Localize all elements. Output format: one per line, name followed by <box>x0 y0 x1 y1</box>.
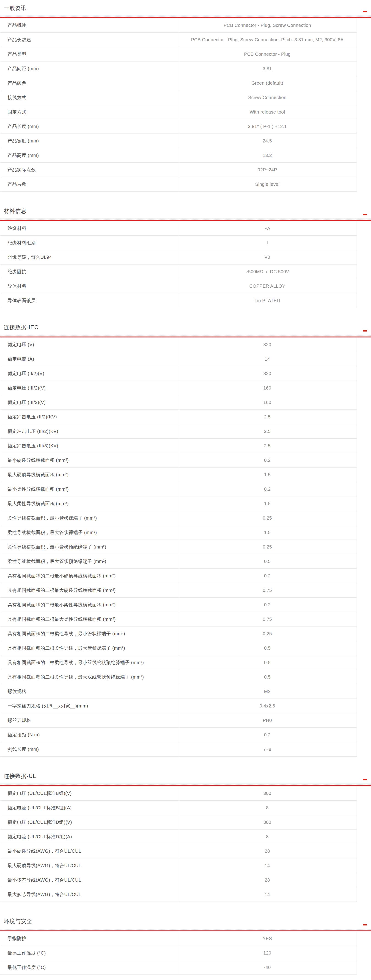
table-row: 具有相同截面积的二根柔性导线，最小管状裸端子 (mm²) 0.25 <box>0 627 357 641</box>
table-row: 产品实际点数 02P~24P <box>0 163 357 177</box>
row-label: 产品长叙述 <box>0 33 178 47</box>
spec-section: 连接数据-IEC 额定电压 (V) 320 额定电流 (A) 14 额定电压 (… <box>0 324 371 757</box>
row-value: COPPER ALLOY <box>178 279 357 293</box>
spec-section: 材料信息 绝缘材料 PA 绝缘材料组别 I 阻燃等级，符合UL94 V0 绝缘阻… <box>0 208 371 308</box>
minus-icon[interactable] <box>363 924 367 925</box>
row-label: 最高工作温度 (°C) <box>0 946 178 960</box>
minus-icon[interactable] <box>363 779 367 780</box>
section-divider-strip <box>0 335 371 337</box>
table-row: 产品高度 (mm) 13.2 <box>0 148 357 163</box>
section-divider-strip <box>0 929 371 931</box>
table-row: 产品宽度 (mm) 24.5 <box>0 134 357 148</box>
table-row: 柔性导线横截面积，最小管状预绝缘端子 (mm²) 0.25 <box>0 540 357 554</box>
table-row: 产品类型 PCB Connector - Plug <box>0 47 357 62</box>
table-row: 额定电压 (UL/CUL标准B组)(V) 300 <box>0 786 357 800</box>
row-label: 产品颜色 <box>0 76 178 90</box>
row-label: 具有相同截面积的二根柔性导线，最小管状裸端子 (mm²) <box>0 627 178 641</box>
row-value: 7~8 <box>178 742 357 756</box>
table-row: 最小硬质导线(AWG)，符合UL/CUL 28 <box>0 844 357 858</box>
row-value: 300 <box>178 786 357 800</box>
table-row: 绝缘材料组别 I <box>0 235 357 250</box>
section-divider-strip <box>0 218 371 220</box>
table-row: 产品间距 (mm) 3.81 <box>0 62 357 76</box>
table-row: 最大硬质导线(AWG)，符合UL/CUL 14 <box>0 858 357 873</box>
row-label: 额定电压 (UL/CUL标准D组)(V) <box>0 815 178 829</box>
row-value: 28 <box>178 844 357 858</box>
table-row: 额定电压 (III/3)(V) 160 <box>0 395 357 410</box>
row-value: 0.2 <box>178 453 357 467</box>
row-value: PCB Connector - Plug, Screw Connection <box>178 18 357 32</box>
spec-table: 产品概述 PCB Connector - Plug, Screw Connect… <box>0 18 357 192</box>
minus-icon[interactable] <box>363 214 367 215</box>
row-value: 0.25 <box>178 511 357 525</box>
table-row: 额定冲击电压 (III/3)(KV) 2.5 <box>0 439 357 453</box>
section-divider-strip <box>0 783 371 785</box>
row-value: 28 <box>178 873 357 887</box>
row-value: M2 <box>178 684 357 698</box>
row-label: 额定电流 (UL/CUL标准B组)(A) <box>0 800 178 815</box>
row-label: 具有相同截面积的二根柔性导线，最大管状裸端子 (mm²) <box>0 641 178 655</box>
row-label: 导体材料 <box>0 279 178 293</box>
table-row: 导体材料 COPPER ALLOY <box>0 279 357 293</box>
row-value: 0.5 <box>178 655 357 670</box>
table-row: 具有相同截面积的二根最小硬质导线横截面积 (mm²) 0.2 <box>0 569 357 583</box>
table-row: 额定电压 (V) 320 <box>0 337 357 352</box>
table-row: 剥线长度 (mm) 7~8 <box>0 742 357 757</box>
row-value: 160 <box>178 381 357 395</box>
row-value: 8 <box>178 829 357 844</box>
row-label: 额定电压 (III/2)(V) <box>0 381 178 395</box>
row-value: 1.5 <box>178 525 357 539</box>
row-value: YES <box>178 931 357 946</box>
table-row: 额定电流 (A) 14 <box>0 352 357 366</box>
row-value: 0.5 <box>178 670 357 684</box>
table-row: 产品长度 (mm) 3.81* ( P-1 ) +12.1 <box>0 119 357 134</box>
table-row: 螺丝刀规格 PH0 <box>0 713 357 728</box>
minus-icon[interactable] <box>363 330 367 331</box>
row-value: 300 <box>178 815 357 829</box>
table-row: 最低工作温度 (°C) -40 <box>0 960 357 975</box>
section-title: 环境与安全 <box>4 918 32 925</box>
table-row: 最大硬质导线横截面积 (mm²) 1.5 <box>0 468 357 482</box>
table-row: 具有相同截面积的二根柔性导线，最大管状裸端子 (mm²) 0.5 <box>0 641 357 655</box>
table-row: 产品颜色 Green (default) <box>0 76 357 91</box>
section-title: 连接数据-UL <box>4 773 36 780</box>
row-value: 2.5 <box>178 410 357 424</box>
table-row: 阻燃等级，符合UL94 V0 <box>0 250 357 264</box>
minus-icon[interactable] <box>363 11 367 12</box>
table-row: 柔性导线横截面积，最大管状预绝缘端子 (mm²) 0.5 <box>0 554 357 569</box>
row-label: 柔性导线横截面积，最小管状预绝缘端子 (mm²) <box>0 540 178 554</box>
row-value: 320 <box>178 337 357 352</box>
row-value: PCB Connector - Plug, Screw Connection, … <box>178 33 357 47</box>
spec-sections: 一般资讯 产品概述 PCB Connector - Plug, Screw Co… <box>0 5 371 975</box>
spec-section: 环境与安全 手指防护 YES 最高工作温度 (°C) 120 最低工作温度 (°… <box>0 918 371 975</box>
row-value: 0.25 <box>178 540 357 554</box>
table-row: 额定电压 (III/2)(V) 160 <box>0 381 357 395</box>
section-header: 材料信息 <box>0 208 371 218</box>
row-label: 接线方式 <box>0 91 178 105</box>
row-label: 最小硬质导线横截面积 (mm²) <box>0 453 178 467</box>
row-label: 产品概述 <box>0 18 178 32</box>
row-value: 24.5 <box>178 134 357 148</box>
section-title: 连接数据-IEC <box>4 324 38 331</box>
row-value: Tin PLATED <box>178 293 357 308</box>
row-label: 最小多芯导线(AWG)，符合UL/CUL <box>0 873 178 887</box>
spec-table: 手指防护 YES 最高工作温度 (°C) 120 最低工作温度 (°C) -40 <box>0 931 357 975</box>
row-label: 固定方式 <box>0 105 178 119</box>
section-header: 连接数据-IEC <box>0 324 371 335</box>
row-label: 产品间距 (mm) <box>0 62 178 76</box>
row-value: 0.5 <box>178 554 357 568</box>
table-row: 额定扭矩 (N.m) 0.2 <box>0 728 357 742</box>
section-divider-strip <box>0 15 371 17</box>
row-label: 产品实际点数 <box>0 163 178 177</box>
row-label: 最小硬质导线(AWG)，符合UL/CUL <box>0 844 178 858</box>
row-value: Screw Connection <box>178 91 357 105</box>
section-header: 环境与安全 <box>0 918 371 929</box>
row-label: 螺纹规格 <box>0 684 178 698</box>
row-value: 0.75 <box>178 583 357 597</box>
spec-table: 额定电压 (V) 320 额定电流 (A) 14 额定电压 (II/2)(V) … <box>0 337 357 757</box>
table-row: 最大柔性导线横截面积 (mm²) 1.5 <box>0 496 357 511</box>
row-label: 剥线长度 (mm) <box>0 742 178 756</box>
row-value: 02P~24P <box>178 163 357 177</box>
spec-section: 一般资讯 产品概述 PCB Connector - Plug, Screw Co… <box>0 5 371 192</box>
row-label: 绝缘材料组别 <box>0 235 178 250</box>
